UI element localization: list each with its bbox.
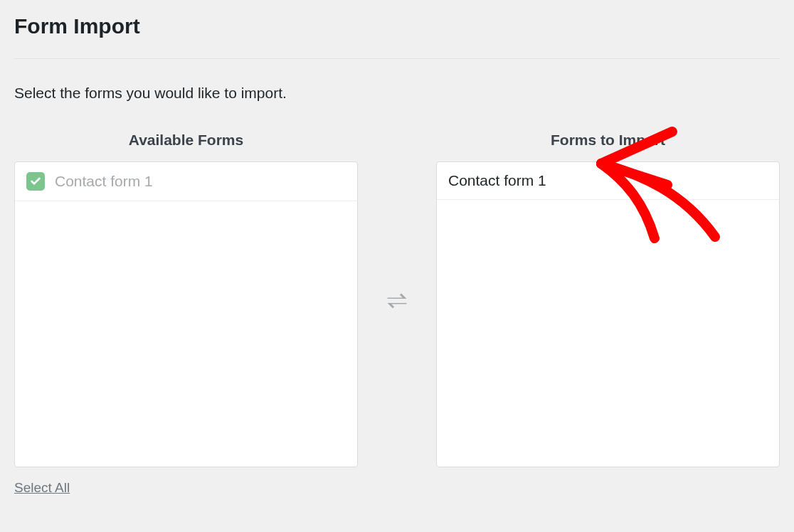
columns-container: Available Forms Contact form 1 Select Al… — [14, 132, 780, 496]
import-form-label: Contact form 1 — [448, 172, 546, 189]
checkbox-checked-icon[interactable] — [26, 172, 45, 191]
available-form-label: Contact form 1 — [55, 173, 153, 190]
swap-arrows-icon — [384, 288, 410, 316]
page-title: Form Import — [14, 14, 780, 38]
swap-column — [358, 132, 436, 316]
forms-to-import-header: Forms to Import — [436, 132, 780, 149]
import-form-item[interactable]: Contact form 1 — [437, 162, 779, 200]
select-all-link[interactable]: Select All — [14, 480, 358, 496]
forms-to-import-listbox[interactable]: Contact form 1 — [436, 161, 780, 467]
available-forms-listbox[interactable]: Contact form 1 — [14, 161, 358, 467]
forms-to-import-column: Forms to Import Contact form 1 — [436, 132, 780, 467]
divider — [14, 58, 780, 59]
available-form-item[interactable]: Contact form 1 — [15, 162, 357, 201]
instruction-text: Select the forms you would like to impor… — [14, 85, 780, 102]
available-forms-column: Available Forms Contact form 1 Select Al… — [14, 132, 358, 496]
available-forms-header: Available Forms — [14, 132, 358, 149]
